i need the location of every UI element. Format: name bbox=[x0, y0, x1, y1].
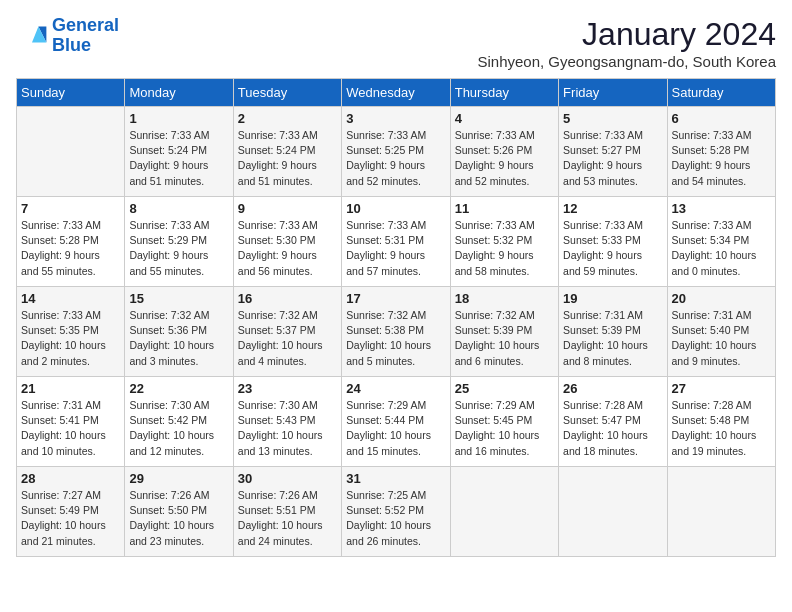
day-number: 21 bbox=[21, 381, 120, 396]
day-number: 2 bbox=[238, 111, 337, 126]
calendar-cell bbox=[559, 467, 667, 557]
day-number: 19 bbox=[563, 291, 662, 306]
day-info: Sunrise: 7:31 AMSunset: 5:41 PMDaylight:… bbox=[21, 398, 120, 459]
day-number: 29 bbox=[129, 471, 228, 486]
logo-line1: General bbox=[52, 15, 119, 35]
weekday-header-friday: Friday bbox=[559, 79, 667, 107]
day-info: Sunrise: 7:25 AMSunset: 5:52 PMDaylight:… bbox=[346, 488, 445, 549]
day-info: Sunrise: 7:27 AMSunset: 5:49 PMDaylight:… bbox=[21, 488, 120, 549]
day-number: 31 bbox=[346, 471, 445, 486]
logo-text: General Blue bbox=[52, 16, 119, 56]
calendar-week-5: 28Sunrise: 7:27 AMSunset: 5:49 PMDayligh… bbox=[17, 467, 776, 557]
calendar-cell: 26Sunrise: 7:28 AMSunset: 5:47 PMDayligh… bbox=[559, 377, 667, 467]
day-number: 28 bbox=[21, 471, 120, 486]
calendar-cell: 16Sunrise: 7:32 AMSunset: 5:37 PMDayligh… bbox=[233, 287, 341, 377]
day-number: 14 bbox=[21, 291, 120, 306]
day-info: Sunrise: 7:33 AMSunset: 5:28 PMDaylight:… bbox=[21, 218, 120, 279]
calendar-cell: 13Sunrise: 7:33 AMSunset: 5:34 PMDayligh… bbox=[667, 197, 775, 287]
day-number: 27 bbox=[672, 381, 771, 396]
day-info: Sunrise: 7:30 AMSunset: 5:42 PMDaylight:… bbox=[129, 398, 228, 459]
calendar-cell: 21Sunrise: 7:31 AMSunset: 5:41 PMDayligh… bbox=[17, 377, 125, 467]
day-info: Sunrise: 7:33 AMSunset: 5:26 PMDaylight:… bbox=[455, 128, 554, 189]
calendar-cell: 12Sunrise: 7:33 AMSunset: 5:33 PMDayligh… bbox=[559, 197, 667, 287]
calendar-cell: 17Sunrise: 7:32 AMSunset: 5:38 PMDayligh… bbox=[342, 287, 450, 377]
day-info: Sunrise: 7:32 AMSunset: 5:39 PMDaylight:… bbox=[455, 308, 554, 369]
weekday-header-thursday: Thursday bbox=[450, 79, 558, 107]
location-subtitle: Sinhyeon, Gyeongsangnam-do, South Korea bbox=[477, 53, 776, 70]
calendar-cell: 10Sunrise: 7:33 AMSunset: 5:31 PMDayligh… bbox=[342, 197, 450, 287]
day-info: Sunrise: 7:28 AMSunset: 5:48 PMDaylight:… bbox=[672, 398, 771, 459]
logo-line2: Blue bbox=[52, 35, 91, 55]
calendar-cell: 24Sunrise: 7:29 AMSunset: 5:44 PMDayligh… bbox=[342, 377, 450, 467]
calendar-cell: 30Sunrise: 7:26 AMSunset: 5:51 PMDayligh… bbox=[233, 467, 341, 557]
calendar-cell: 2Sunrise: 7:33 AMSunset: 5:24 PMDaylight… bbox=[233, 107, 341, 197]
calendar-cell: 22Sunrise: 7:30 AMSunset: 5:42 PMDayligh… bbox=[125, 377, 233, 467]
day-info: Sunrise: 7:33 AMSunset: 5:35 PMDaylight:… bbox=[21, 308, 120, 369]
day-number: 25 bbox=[455, 381, 554, 396]
day-number: 23 bbox=[238, 381, 337, 396]
calendar-cell: 6Sunrise: 7:33 AMSunset: 5:28 PMDaylight… bbox=[667, 107, 775, 197]
weekday-header-tuesday: Tuesday bbox=[233, 79, 341, 107]
day-info: Sunrise: 7:32 AMSunset: 5:36 PMDaylight:… bbox=[129, 308, 228, 369]
calendar-cell: 27Sunrise: 7:28 AMSunset: 5:48 PMDayligh… bbox=[667, 377, 775, 467]
day-number: 16 bbox=[238, 291, 337, 306]
day-info: Sunrise: 7:33 AMSunset: 5:30 PMDaylight:… bbox=[238, 218, 337, 279]
calendar-cell: 31Sunrise: 7:25 AMSunset: 5:52 PMDayligh… bbox=[342, 467, 450, 557]
day-number: 6 bbox=[672, 111, 771, 126]
day-info: Sunrise: 7:32 AMSunset: 5:37 PMDaylight:… bbox=[238, 308, 337, 369]
day-info: Sunrise: 7:33 AMSunset: 5:25 PMDaylight:… bbox=[346, 128, 445, 189]
calendar-cell: 3Sunrise: 7:33 AMSunset: 5:25 PMDaylight… bbox=[342, 107, 450, 197]
day-number: 15 bbox=[129, 291, 228, 306]
day-number: 13 bbox=[672, 201, 771, 216]
day-number: 26 bbox=[563, 381, 662, 396]
calendar-body: 1Sunrise: 7:33 AMSunset: 5:24 PMDaylight… bbox=[17, 107, 776, 557]
calendar-cell: 25Sunrise: 7:29 AMSunset: 5:45 PMDayligh… bbox=[450, 377, 558, 467]
weekday-header-wednesday: Wednesday bbox=[342, 79, 450, 107]
calendar-cell: 23Sunrise: 7:30 AMSunset: 5:43 PMDayligh… bbox=[233, 377, 341, 467]
day-number: 9 bbox=[238, 201, 337, 216]
day-number: 10 bbox=[346, 201, 445, 216]
calendar-cell bbox=[450, 467, 558, 557]
day-info: Sunrise: 7:33 AMSunset: 5:31 PMDaylight:… bbox=[346, 218, 445, 279]
day-number: 20 bbox=[672, 291, 771, 306]
calendar-table: SundayMondayTuesdayWednesdayThursdayFrid… bbox=[16, 78, 776, 557]
day-number: 5 bbox=[563, 111, 662, 126]
day-info: Sunrise: 7:29 AMSunset: 5:45 PMDaylight:… bbox=[455, 398, 554, 459]
day-number: 8 bbox=[129, 201, 228, 216]
calendar-cell: 19Sunrise: 7:31 AMSunset: 5:39 PMDayligh… bbox=[559, 287, 667, 377]
weekday-header-monday: Monday bbox=[125, 79, 233, 107]
day-info: Sunrise: 7:33 AMSunset: 5:33 PMDaylight:… bbox=[563, 218, 662, 279]
day-info: Sunrise: 7:33 AMSunset: 5:34 PMDaylight:… bbox=[672, 218, 771, 279]
calendar-header: SundayMondayTuesdayWednesdayThursdayFrid… bbox=[17, 79, 776, 107]
calendar-week-4: 21Sunrise: 7:31 AMSunset: 5:41 PMDayligh… bbox=[17, 377, 776, 467]
month-title: January 2024 bbox=[477, 16, 776, 53]
day-number: 11 bbox=[455, 201, 554, 216]
weekday-header-row: SundayMondayTuesdayWednesdayThursdayFrid… bbox=[17, 79, 776, 107]
day-info: Sunrise: 7:31 AMSunset: 5:39 PMDaylight:… bbox=[563, 308, 662, 369]
day-info: Sunrise: 7:30 AMSunset: 5:43 PMDaylight:… bbox=[238, 398, 337, 459]
calendar-cell: 20Sunrise: 7:31 AMSunset: 5:40 PMDayligh… bbox=[667, 287, 775, 377]
day-info: Sunrise: 7:28 AMSunset: 5:47 PMDaylight:… bbox=[563, 398, 662, 459]
logo: General Blue bbox=[16, 16, 119, 56]
day-number: 4 bbox=[455, 111, 554, 126]
page-header: General Blue January 2024 Sinhyeon, Gyeo… bbox=[16, 16, 776, 70]
day-info: Sunrise: 7:33 AMSunset: 5:28 PMDaylight:… bbox=[672, 128, 771, 189]
calendar-week-1: 1Sunrise: 7:33 AMSunset: 5:24 PMDaylight… bbox=[17, 107, 776, 197]
day-info: Sunrise: 7:29 AMSunset: 5:44 PMDaylight:… bbox=[346, 398, 445, 459]
day-number: 18 bbox=[455, 291, 554, 306]
day-info: Sunrise: 7:26 AMSunset: 5:50 PMDaylight:… bbox=[129, 488, 228, 549]
calendar-cell bbox=[667, 467, 775, 557]
calendar-cell bbox=[17, 107, 125, 197]
day-number: 3 bbox=[346, 111, 445, 126]
calendar-cell: 28Sunrise: 7:27 AMSunset: 5:49 PMDayligh… bbox=[17, 467, 125, 557]
calendar-cell: 9Sunrise: 7:33 AMSunset: 5:30 PMDaylight… bbox=[233, 197, 341, 287]
day-info: Sunrise: 7:33 AMSunset: 5:24 PMDaylight:… bbox=[238, 128, 337, 189]
day-number: 24 bbox=[346, 381, 445, 396]
calendar-cell: 29Sunrise: 7:26 AMSunset: 5:50 PMDayligh… bbox=[125, 467, 233, 557]
day-info: Sunrise: 7:33 AMSunset: 5:29 PMDaylight:… bbox=[129, 218, 228, 279]
calendar-cell: 11Sunrise: 7:33 AMSunset: 5:32 PMDayligh… bbox=[450, 197, 558, 287]
day-number: 17 bbox=[346, 291, 445, 306]
weekday-header-saturday: Saturday bbox=[667, 79, 775, 107]
day-number: 30 bbox=[238, 471, 337, 486]
day-number: 1 bbox=[129, 111, 228, 126]
